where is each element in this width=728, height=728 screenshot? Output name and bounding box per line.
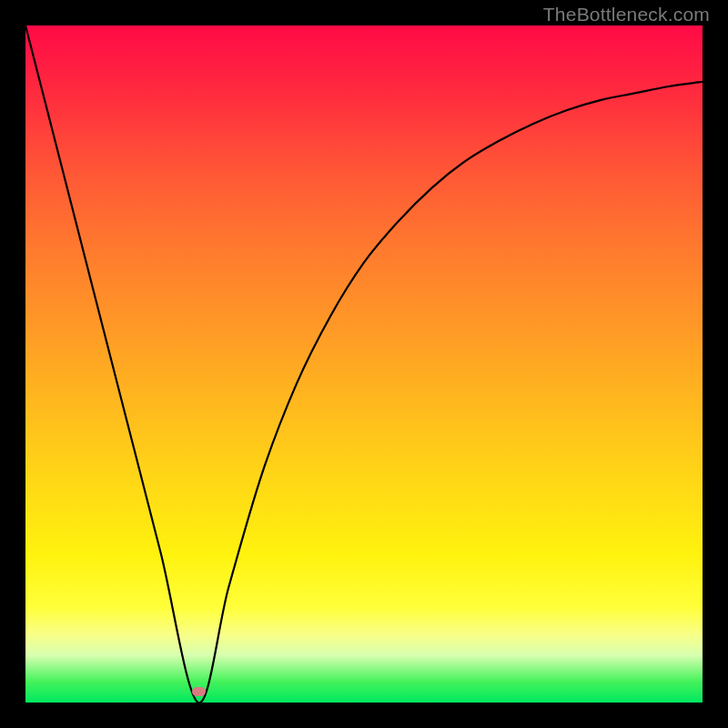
curve-path bbox=[25, 25, 703, 703]
bottleneck-curve bbox=[25, 25, 703, 703]
chart-frame: TheBottleneck.com bbox=[0, 0, 728, 728]
watermark-text: TheBottleneck.com bbox=[543, 4, 710, 25]
minimum-marker bbox=[192, 687, 206, 696]
